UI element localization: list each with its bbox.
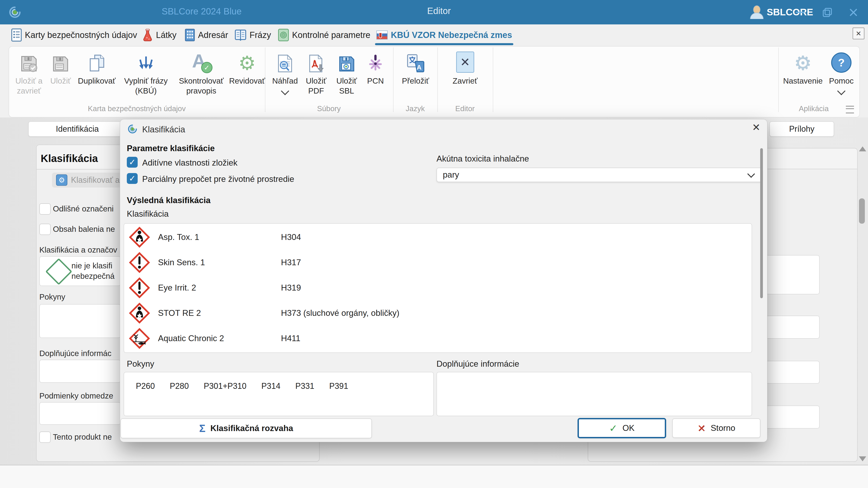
additional-info-box[interactable] [436, 372, 752, 416]
checkbox-label: Parciálny prepočet pre životné prostredi… [142, 174, 294, 184]
ribbon-group-language: A Přeložiť [395, 48, 436, 104]
ok-check-icon: ✓ [609, 422, 618, 434]
save-and-close-button[interactable]: Uložiť a zavrieť [11, 48, 47, 96]
partial-recalc-checkbox[interactable]: ✓ [127, 173, 138, 184]
tab-latky[interactable]: Látky [140, 27, 179, 43]
minimize-button[interactable] [792, 5, 808, 19]
p-code[interactable]: P314 [261, 381, 280, 391]
tab-frazy[interactable]: Frázy [232, 27, 273, 43]
section-tab-prilohy[interactable]: Prílohy [770, 121, 834, 137]
settings-gear-icon: ⚙ [794, 49, 811, 73]
classification-dialog: Klasifikácia ✕ Parametre klasifikácie ✓ … [120, 119, 767, 442]
tab-adresar[interactable]: Adresár [183, 27, 230, 43]
tab-label: Prílohy [789, 124, 814, 134]
pcn-button[interactable]: PCN [362, 48, 389, 86]
different-label-checkbox[interactable] [39, 203, 51, 215]
fill-phrases-icon [136, 49, 156, 73]
fill-phrases-button[interactable]: Vyplniť frázy (KBÚ) [119, 48, 173, 96]
right-field[interactable] [765, 405, 819, 429]
button-label: Přeložiť [402, 76, 429, 86]
classification-row[interactable]: Skin Sens. 1 H317 [124, 250, 752, 275]
p-code[interactable]: P391 [329, 381, 348, 391]
dialog-scrollbar-thumb[interactable] [760, 148, 763, 298]
button-label: Uložiť SBL [331, 76, 362, 96]
hazard-class: Asp. Tox. 1 [158, 232, 199, 242]
params-heading: Parametre klasifikácie [127, 144, 215, 153]
ghs-exclamation-icon [129, 252, 150, 273]
tab-kontrolne-parametre[interactable]: Kontrolné parametre [276, 27, 373, 43]
close-window-button[interactable] [845, 5, 861, 19]
not-classified-text: nie je klasifi [71, 261, 112, 270]
acute-toxicity-select[interactable]: pary [436, 168, 762, 182]
close-document-tab-button[interactable]: ✕ [852, 28, 864, 39]
right-field[interactable] [765, 255, 819, 294]
ribbon-group-editor: ✕ Zavrieť [439, 48, 491, 104]
application-window: SBLCore 2024 Blue Editor SBLCORE Karty b… [0, 0, 868, 488]
help-dropdown-chevron-icon[interactable] [837, 87, 846, 95]
not-classified-text: nebezpečná [71, 271, 115, 281]
safety-data-sheet-icon [11, 29, 22, 41]
settings-button[interactable]: ⚙ Nastavenie [780, 48, 826, 86]
slovak-flag-icon [376, 31, 388, 39]
ghs-environment-icon [129, 328, 150, 349]
maximize-button[interactable] [819, 5, 835, 19]
additional-info-field[interactable] [39, 360, 121, 383]
classification-row[interactable]: Asp. Tox. 1 H304 [124, 225, 752, 250]
package-content-checkbox[interactable] [39, 224, 51, 235]
section-tab-identifikacia[interactable]: Identifikácia [28, 121, 126, 137]
additive-checkbox[interactable]: ✓ [127, 157, 138, 168]
preview-button[interactable]: Náhľad [269, 48, 301, 94]
classification-row[interactable]: Eye Irrit. 2 H319 [124, 275, 752, 300]
cancel-button[interactable]: ✕ Storno [672, 418, 761, 438]
help-icon: ? [831, 49, 851, 73]
flask-icon [143, 29, 153, 41]
classification-row[interactable]: Aquatic Chronic 2 H411 [124, 326, 752, 351]
group-menu-icon[interactable] [846, 106, 854, 113]
p-code[interactable]: P301+P310 [204, 381, 246, 391]
classification-row[interactable]: STOT RE 2 H373 (sluchové orgány, obličky… [124, 300, 752, 326]
help-button[interactable]: ? Pomoc [826, 48, 857, 94]
scrollbar-down-arrow[interactable] [859, 456, 866, 461]
scrollbar-thumb[interactable] [859, 198, 865, 224]
ghs-health-hazard-icon [129, 227, 150, 248]
product-checkbox[interactable] [39, 431, 51, 443]
right-field[interactable] [765, 361, 819, 384]
h-code: H319 [281, 283, 301, 293]
scrollbar-up-arrow[interactable] [859, 147, 866, 151]
close-editor-button[interactable]: ✕ Zavrieť [447, 48, 483, 86]
tab-label: KBÚ VZOR Nebezpečná zmes [391, 30, 512, 40]
translate-button[interactable]: A Přeložiť [396, 48, 435, 86]
save-button[interactable]: Uložiť [47, 48, 74, 86]
right-field[interactable] [765, 316, 819, 339]
p-code[interactable]: P260 [136, 381, 155, 391]
tab-label: Látky [156, 30, 177, 40]
tab-label: Identifikácia [56, 124, 99, 134]
pokyny-label: Pokyny [127, 359, 154, 369]
preview-dropdown-chevron-icon[interactable] [281, 87, 289, 95]
save-sbl-button[interactable]: Uložiť SBL [331, 48, 362, 96]
classification-balance-button[interactable]: Σ Klasifikačná rozvaha [121, 418, 372, 438]
dialog-close-icon[interactable]: ✕ [752, 123, 761, 132]
p-code[interactable]: P280 [170, 381, 189, 391]
revise-button[interactable]: ⚙ Revidovať [230, 48, 264, 86]
sbl-floppy-icon [338, 49, 355, 73]
classify-gear-icon: ⚙ [56, 174, 67, 186]
tab-karty[interactable]: Karty bezpečnostných údajov [9, 27, 139, 43]
save-pdf-button[interactable]: Uložiť PDF [301, 48, 331, 96]
classification-list: Asp. Tox. 1 H304 Skin Sens. 1 H317 [124, 223, 752, 353]
duplicate-button[interactable]: Duplikovať [74, 48, 119, 86]
p-code[interactable]: P331 [295, 381, 314, 391]
save-close-icon [20, 49, 38, 73]
revise-gear-icon: ⚙ [238, 49, 256, 73]
pokyny-field[interactable] [39, 304, 121, 338]
spellcheck-button[interactable]: A ✓ Skontrolovať pravopis [173, 48, 230, 96]
ok-button[interactable]: ✓ OK [578, 418, 666, 438]
checkbox-label: Tento produkt ne [53, 432, 112, 442]
conditions-field[interactable] [39, 402, 121, 425]
button-label: Uložiť PDF [301, 76, 331, 96]
ribbon-toolbar: Uložiť a zavrieť Uložiť [0, 45, 868, 118]
field-label: Klasifikácia a označov [39, 246, 117, 254]
tab-kbu-vzor-active[interactable]: KBÚ VZOR Nebezpečná zmes [374, 27, 514, 43]
close-document-icon: ✕ [456, 49, 474, 73]
tab-label: Frázy [250, 30, 271, 40]
